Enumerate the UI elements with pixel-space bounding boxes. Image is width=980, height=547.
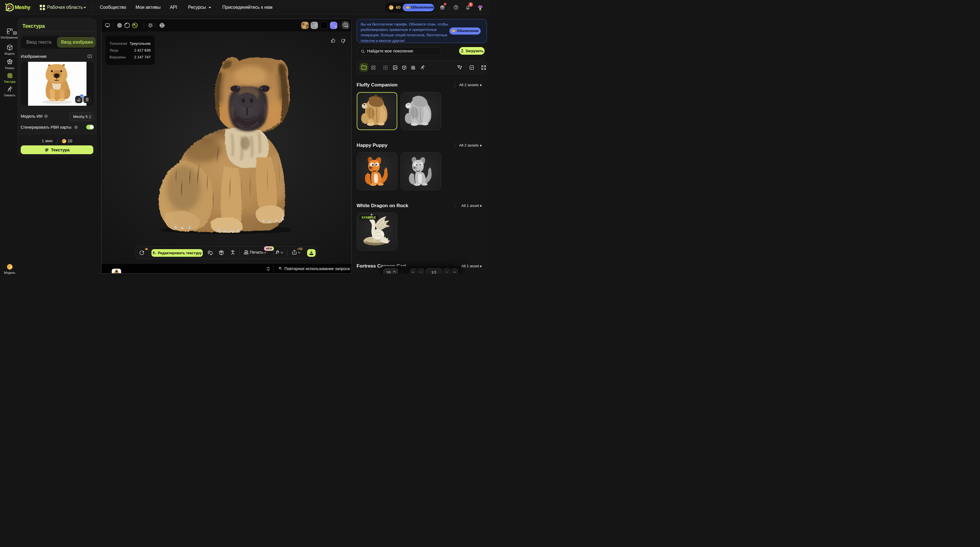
svg-text:AI: AI <box>14 32 16 34</box>
